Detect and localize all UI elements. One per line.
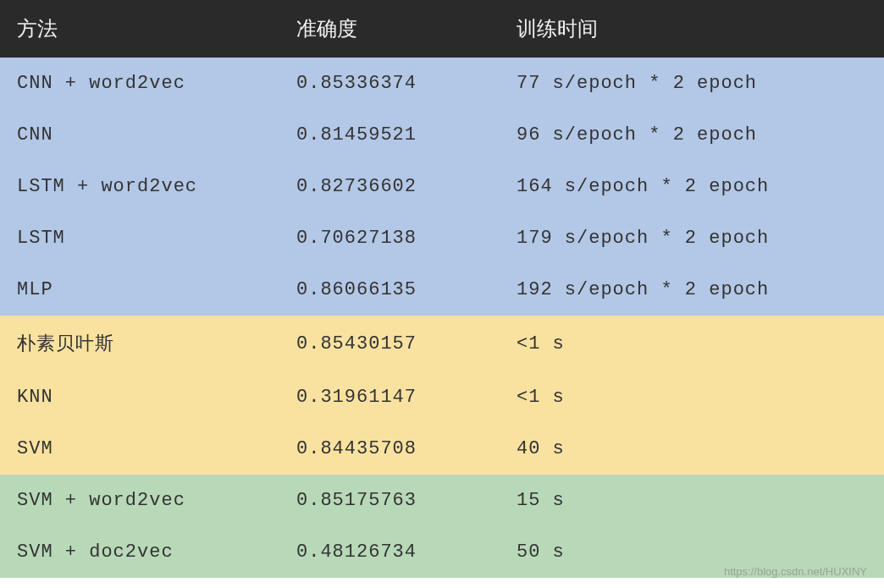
cell-accuracy: 0.82736602 xyxy=(279,161,500,212)
cell-method: MLP xyxy=(0,264,279,316)
header-method: 方法 xyxy=(0,0,279,58)
cell-method: 朴素贝叶斯 xyxy=(0,316,279,371)
cell-time: 96 s/epoch * 2 epoch xyxy=(500,109,884,161)
cell-accuracy: 0.48126734 xyxy=(279,526,500,578)
cell-accuracy: 0.85336374 xyxy=(279,58,500,109)
cell-accuracy: 0.85175763 xyxy=(279,475,500,526)
watermark-text: https://blog.csdn.net/HUXINY xyxy=(724,565,867,578)
cell-time: <1 s xyxy=(500,316,884,371)
cell-method: LSTM + word2vec xyxy=(0,161,279,212)
table-row: 朴素贝叶斯0.85430157<1 s xyxy=(0,316,884,371)
table-row: CNN0.8145952196 s/epoch * 2 epoch xyxy=(0,109,884,161)
results-table: 方法 准确度 训练时间 CNN + word2vec0.8533637477 s… xyxy=(0,0,884,578)
header-time: 训练时间 xyxy=(500,0,884,58)
table-row: SVM0.8443570840 s xyxy=(0,423,884,475)
cell-accuracy: 0.81459521 xyxy=(279,109,500,161)
cell-accuracy: 0.84435708 xyxy=(279,423,500,475)
cell-time: 40 s xyxy=(500,423,884,475)
cell-accuracy: 0.86066135 xyxy=(279,264,500,316)
cell-accuracy: 0.85430157 xyxy=(279,316,500,371)
cell-method: SVM + word2vec xyxy=(0,475,279,526)
table-row: LSTM0.70627138179 s/epoch * 2 epoch xyxy=(0,212,884,264)
cell-time: 179 s/epoch * 2 epoch xyxy=(500,212,884,264)
table-row: LSTM + word2vec0.82736602164 s/epoch * 2… xyxy=(0,161,884,212)
cell-method: CNN + word2vec xyxy=(0,58,279,109)
cell-method: CNN xyxy=(0,109,279,161)
header-accuracy: 准确度 xyxy=(279,0,500,58)
cell-time: 15 s xyxy=(500,475,884,526)
table-row: MLP0.86066135192 s/epoch * 2 epoch xyxy=(0,264,884,316)
table-row: KNN0.31961147<1 s xyxy=(0,371,884,423)
cell-time: 164 s/epoch * 2 epoch xyxy=(500,161,884,212)
cell-time: <1 s xyxy=(500,371,884,423)
cell-method: KNN xyxy=(0,371,279,423)
cell-method: LSTM xyxy=(0,212,279,264)
table-row: CNN + word2vec0.8533637477 s/epoch * 2 e… xyxy=(0,58,884,109)
table-header-row: 方法 准确度 训练时间 xyxy=(0,0,884,58)
cell-accuracy: 0.31961147 xyxy=(279,371,500,423)
cell-method: SVM xyxy=(0,423,279,475)
table-row: SVM + word2vec0.8517576315 s xyxy=(0,475,884,526)
cell-time: 77 s/epoch * 2 epoch xyxy=(500,58,884,109)
cell-time: 192 s/epoch * 2 epoch xyxy=(500,264,884,316)
cell-method: SVM + doc2vec xyxy=(0,526,279,578)
cell-accuracy: 0.70627138 xyxy=(279,212,500,264)
